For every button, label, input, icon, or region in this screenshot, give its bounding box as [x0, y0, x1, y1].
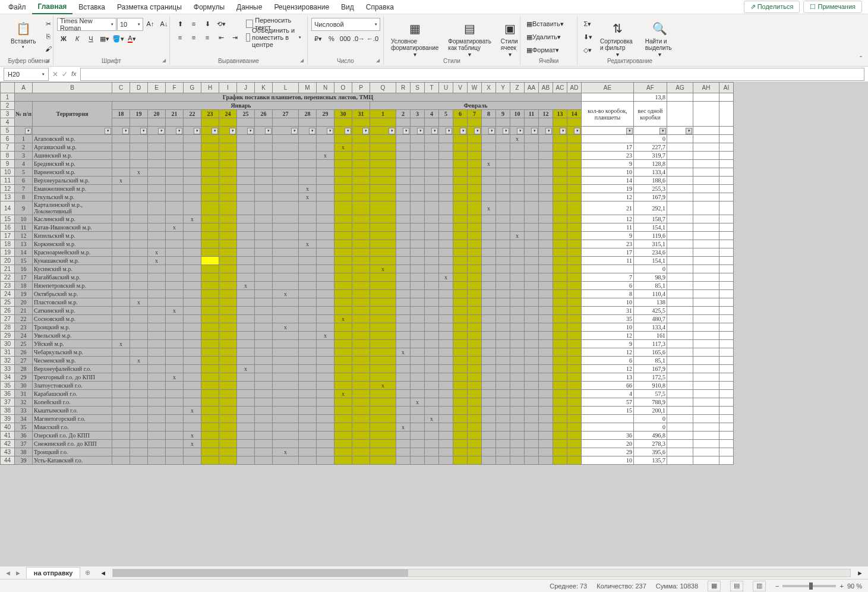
table-cell[interactable] — [468, 152, 482, 160]
table-cell[interactable] — [496, 373, 510, 382]
filter-button[interactable] — [334, 127, 352, 135]
table-cell[interactable]: x — [184, 432, 201, 440]
table-cell[interactable] — [496, 273, 510, 282]
table-cell[interactable] — [425, 323, 439, 332]
table-cell[interactable] — [352, 315, 370, 323]
row-header[interactable]: 7 — [1, 143, 15, 152]
table-cell[interactable] — [112, 332, 130, 340]
table-cell[interactable] — [370, 160, 396, 168]
table-cell[interactable] — [184, 177, 201, 185]
table-cell[interactable] — [166, 456, 184, 465]
table-cell[interactable] — [453, 257, 468, 265]
table-cell[interactable] — [130, 290, 148, 298]
table-cell[interactable] — [482, 373, 496, 382]
table-cell[interactable] — [439, 407, 453, 415]
table-cell[interactable] — [396, 340, 411, 348]
table-cell[interactable] — [439, 440, 453, 448]
table-cell[interactable] — [567, 323, 582, 332]
table-cell[interactable]: 10 — [582, 323, 634, 332]
table-cell[interactable] — [411, 232, 425, 240]
table-cell[interactable] — [334, 185, 352, 193]
currency-button[interactable]: ₽▾ — [311, 33, 324, 45]
table-cell[interactable] — [370, 415, 396, 423]
column-header[interactable]: R — [396, 83, 411, 93]
row-header[interactable]: 6 — [1, 135, 15, 143]
table-cell[interactable] — [468, 193, 482, 201]
filter-button[interactable] — [299, 127, 317, 135]
filter-button[interactable] — [425, 127, 439, 135]
underline-button[interactable]: Ч — [84, 33, 97, 45]
sheet-tab[interactable]: на отправку — [26, 567, 81, 578]
table-cell[interactable] — [567, 177, 582, 185]
table-cell[interactable]: 23 — [582, 240, 634, 248]
table-cell[interactable] — [439, 390, 453, 398]
table-cell[interactable] — [299, 201, 317, 215]
hscroll-left-icon[interactable]: ◄ — [100, 569, 106, 577]
table-cell[interactable] — [439, 135, 453, 143]
table-cell[interactable] — [184, 323, 201, 332]
table-cell[interactable] — [553, 456, 567, 465]
column-header[interactable]: L — [273, 83, 299, 93]
table-cell[interactable] — [112, 143, 130, 152]
table-cell[interactable] — [396, 143, 411, 152]
table-cell[interactable] — [411, 365, 425, 373]
table-cell[interactable] — [130, 382, 148, 390]
table-cell[interactable] — [219, 382, 237, 390]
table-cell[interactable] — [425, 193, 439, 201]
table-cell[interactable] — [219, 348, 237, 357]
table-cell[interactable] — [299, 373, 317, 382]
menu-help[interactable]: Справка — [360, 1, 400, 14]
table-cell[interactable] — [273, 298, 299, 307]
table-cell[interactable] — [299, 307, 317, 315]
table-cell[interactable] — [112, 456, 130, 465]
table-cell[interactable] — [439, 152, 453, 160]
table-cell[interactable] — [567, 273, 582, 282]
filter-button[interactable] — [667, 127, 693, 135]
table-cell[interactable] — [411, 240, 425, 248]
table-cell[interactable] — [396, 257, 411, 265]
name-box[interactable]: H20▾ — [4, 68, 49, 81]
table-cell[interactable] — [273, 193, 299, 201]
table-cell[interactable] — [237, 177, 255, 185]
table-cell[interactable] — [273, 232, 299, 240]
table-cell[interactable] — [439, 323, 453, 332]
row-header[interactable]: 39 — [1, 415, 15, 423]
table-cell[interactable]: 133,4 — [634, 323, 667, 332]
table-cell[interactable] — [148, 168, 166, 177]
table-cell[interactable]: 395,6 — [634, 448, 667, 456]
row-header[interactable]: 22 — [1, 273, 15, 282]
fill-color-button[interactable]: 🪣▾ — [112, 33, 125, 45]
table-cell[interactable] — [201, 152, 219, 160]
table-cell[interactable] — [317, 215, 334, 223]
table-cell[interactable] — [317, 390, 334, 398]
table-cell[interactable] — [396, 193, 411, 201]
row-header[interactable]: 28 — [1, 323, 15, 332]
table-cell[interactable] — [184, 257, 201, 265]
table-cell[interactable] — [539, 290, 553, 298]
table-cell[interactable]: Чесменский м.р. — [33, 357, 112, 365]
table-cell[interactable] — [219, 323, 237, 332]
table-cell[interactable] — [525, 315, 539, 323]
table-cell[interactable] — [370, 298, 396, 307]
table-cell[interactable] — [237, 423, 255, 432]
table-cell[interactable]: 57 — [582, 398, 634, 407]
table-cell[interactable] — [396, 365, 411, 373]
table-cell[interactable] — [255, 348, 273, 357]
formula-bar[interactable] — [80, 68, 864, 81]
table-cell[interactable] — [539, 348, 553, 357]
table-cell[interactable] — [525, 398, 539, 407]
table-cell[interactable] — [334, 323, 352, 332]
table-cell[interactable] — [370, 240, 396, 248]
table-cell[interactable] — [255, 290, 273, 298]
table-cell[interactable] — [396, 273, 411, 282]
table-cell[interactable] — [539, 265, 553, 273]
table-cell[interactable] — [219, 248, 237, 257]
table-cell[interactable] — [396, 323, 411, 332]
table-cell[interactable] — [567, 298, 582, 307]
table-cell[interactable] — [219, 177, 237, 185]
table-cell[interactable] — [255, 185, 273, 193]
comments-button[interactable]: ☐ Примечания — [803, 1, 862, 13]
table-cell[interactable] — [112, 415, 130, 423]
table-cell[interactable] — [496, 423, 510, 432]
table-cell[interactable] — [184, 201, 201, 215]
